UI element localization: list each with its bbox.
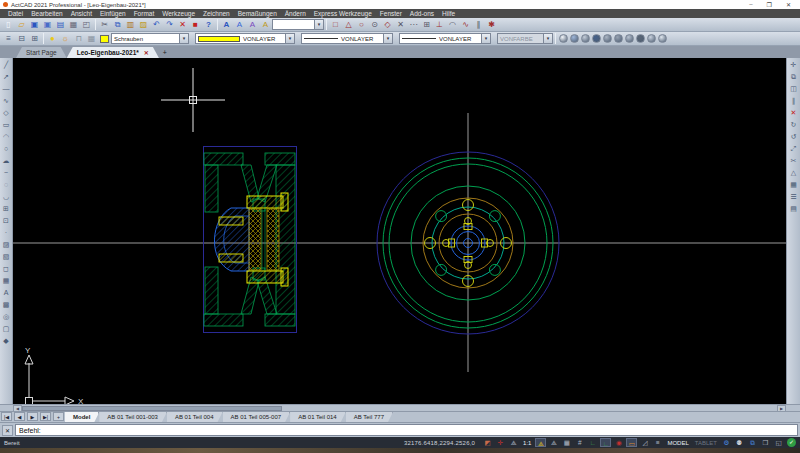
quick-view-icon[interactable] xyxy=(482,438,493,447)
polyline-icon[interactable] xyxy=(0,95,12,107)
delete-icon[interactable] xyxy=(176,19,189,31)
render-gouraud-shaded-icon[interactable] xyxy=(603,34,612,43)
color-combobox[interactable]: VONLAYER ▾ xyxy=(195,33,295,44)
model-space-button[interactable]: MODEL xyxy=(667,440,688,446)
array-icon[interactable] xyxy=(788,179,800,191)
tab-active-drawing[interactable]: Leo-Eigenbau-2021* ✕ xyxy=(67,47,159,58)
object-snap-icon[interactable] xyxy=(613,438,624,447)
snap-insert-icon[interactable] xyxy=(420,19,433,31)
color-combo-arrow[interactable]: ▾ xyxy=(285,34,294,43)
open-folder-icon[interactable] xyxy=(15,19,28,31)
snap-toggle-icon[interactable] xyxy=(495,438,506,447)
circle-icon[interactable] xyxy=(0,143,12,155)
clean-screen-icon[interactable] xyxy=(773,438,784,447)
paste-icon[interactable] xyxy=(124,19,137,31)
move-icon[interactable] xyxy=(788,59,800,71)
workspace-switch-icon[interactable] xyxy=(747,438,758,447)
donut-icon[interactable] xyxy=(0,311,12,323)
copy-objects-icon[interactable] xyxy=(788,71,800,83)
measure-icon[interactable] xyxy=(788,167,800,179)
insert-block-icon[interactable] xyxy=(0,203,12,215)
scroll-right-icon[interactable]: ▶ xyxy=(777,405,786,412)
tab-model[interactable]: Model xyxy=(65,412,99,422)
prev-layout-button[interactable]: ◀ xyxy=(14,412,25,421)
snap-tangent-icon[interactable] xyxy=(446,19,459,31)
grid-lines-icon[interactable] xyxy=(574,438,585,447)
render-xray-icon[interactable] xyxy=(658,34,667,43)
tablet-button[interactable]: TABLET xyxy=(695,440,717,446)
ray-icon[interactable] xyxy=(0,71,12,83)
erase-icon[interactable] xyxy=(788,107,800,119)
menu-werkzeuge[interactable]: Werkzeuge xyxy=(158,10,199,17)
scale-icon[interactable] xyxy=(788,143,800,155)
snap-perpendicular-icon[interactable] xyxy=(433,19,446,31)
linetype-combo-arrow[interactable]: ▾ xyxy=(383,34,392,43)
snap-midpoint-icon[interactable] xyxy=(342,19,355,31)
point-icon[interactable] xyxy=(0,227,12,239)
rotate-ccw-icon[interactable] xyxy=(788,131,800,143)
layer-on-bulb-icon[interactable] xyxy=(46,33,59,45)
format-painter-icon[interactable] xyxy=(137,19,150,31)
redo-icon[interactable] xyxy=(163,19,176,31)
command-close-icon[interactable]: ✕ xyxy=(2,425,13,436)
make-block-icon[interactable] xyxy=(0,215,12,227)
snap-nearest-icon[interactable] xyxy=(459,19,472,31)
snap-extension-icon[interactable] xyxy=(407,19,420,31)
save-as-icon[interactable] xyxy=(41,19,54,31)
save-icon[interactable] xyxy=(28,19,41,31)
snap-endpoint-icon[interactable] xyxy=(329,19,342,31)
menu-addons[interactable]: Add-ons xyxy=(406,10,438,17)
mirror-icon[interactable] xyxy=(788,83,800,95)
text-style-icon[interactable] xyxy=(220,19,233,31)
menu-bearbeiten[interactable]: Bearbeiten xyxy=(27,10,66,17)
menu-express[interactable]: Express Werkzeuge xyxy=(310,10,376,17)
grid-dots-icon[interactable] xyxy=(561,438,572,447)
annotation-person-icon[interactable] xyxy=(734,438,745,447)
tab-layout-4[interactable]: AB 01 Teil 014 xyxy=(290,412,346,422)
solid-icon[interactable] xyxy=(0,335,12,347)
minimize-button[interactable]: – xyxy=(749,1,752,8)
last-layout-button[interactable]: ▶| xyxy=(40,412,51,421)
properties-icon[interactable] xyxy=(788,191,800,203)
single-text-icon[interactable] xyxy=(233,19,246,31)
scrollbar-thumb[interactable] xyxy=(22,406,282,411)
stop-record-icon[interactable] xyxy=(189,19,202,31)
offset-icon[interactable] xyxy=(788,95,800,107)
print-icon[interactable] xyxy=(67,19,80,31)
rotate-icon[interactable] xyxy=(788,119,800,131)
layer-plot-icon[interactable] xyxy=(85,33,98,45)
snap-parallel-icon[interactable] xyxy=(472,19,485,31)
menu-hilfe[interactable]: Hilfe xyxy=(438,10,459,17)
lineweight-combobox[interactable]: VONLAYER ▾ xyxy=(399,33,491,44)
restore-button[interactable]: ❐ xyxy=(767,1,772,8)
layer-combobox[interactable]: Schrauben ▾ xyxy=(111,33,189,44)
render-conceptual-icon[interactable] xyxy=(647,34,656,43)
ucs-toggle-icon[interactable] xyxy=(508,438,519,447)
help-icon[interactable] xyxy=(202,19,215,31)
new-tab-button[interactable]: + xyxy=(159,48,171,58)
export-icon[interactable] xyxy=(54,19,67,31)
hatch-icon[interactable] xyxy=(0,239,12,251)
render-flat-shaded-icon[interactable] xyxy=(592,34,601,43)
ellipse-arc-icon[interactable] xyxy=(0,191,12,203)
drawing-canvas[interactable]: Y X xyxy=(13,58,786,404)
tab-layout-1[interactable]: AB 01 Teil 001-003 xyxy=(99,412,167,422)
spline-icon[interactable] xyxy=(0,167,12,179)
layout-manager-icon[interactable] xyxy=(788,203,800,215)
snap-center-icon[interactable] xyxy=(355,19,368,31)
tab-layout-3[interactable]: AB 01 Teil 005-007 xyxy=(223,412,291,422)
settings-gear-icon[interactable] xyxy=(721,438,732,447)
tab-layout-5[interactable]: AB Teil 777 xyxy=(346,412,393,422)
window-cascade-icon[interactable] xyxy=(760,438,771,447)
region-icon[interactable] xyxy=(0,263,12,275)
render-hidden-icon[interactable] xyxy=(581,34,590,43)
lineweight-display-icon[interactable] xyxy=(626,438,637,447)
cut-icon[interactable] xyxy=(98,19,111,31)
first-layout-button[interactable]: |◀ xyxy=(1,412,12,421)
text-color-icon[interactable] xyxy=(259,19,272,31)
scroll-left-icon[interactable]: ◀ xyxy=(13,405,22,412)
render-gouraud-edges-icon[interactable] xyxy=(625,34,634,43)
trim-icon[interactable] xyxy=(788,155,800,167)
rectangle-icon[interactable] xyxy=(0,119,12,131)
menu-ansicht[interactable]: Ansicht xyxy=(67,10,96,17)
